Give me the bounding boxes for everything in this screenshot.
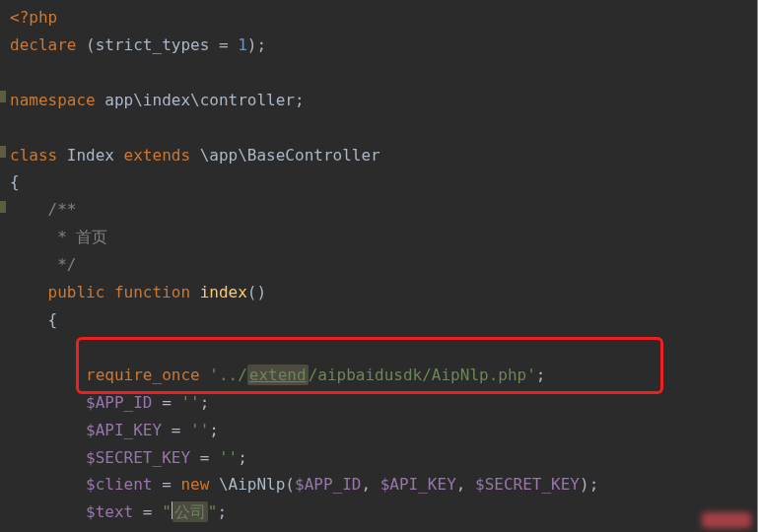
code-token: Index bbox=[67, 146, 124, 165]
code-token: (strict_types bbox=[76, 35, 219, 54]
code-token: declare bbox=[10, 35, 76, 54]
code-token bbox=[10, 366, 86, 384]
code-token: $APP_ID bbox=[86, 393, 152, 412]
code-token: <? bbox=[10, 8, 29, 27]
code-token: php bbox=[29, 8, 57, 27]
code-token: , bbox=[361, 475, 379, 494]
code-token: require_once bbox=[86, 366, 209, 384]
code-token: '' bbox=[180, 393, 199, 412]
code-token: " bbox=[162, 502, 172, 521]
code-token: app\index\controller bbox=[104, 91, 295, 109]
code-token: = bbox=[162, 421, 190, 439]
code-token: $SECRET_KEY bbox=[86, 448, 190, 467]
code-token: $API_KEY bbox=[380, 475, 456, 494]
code-comment: */ bbox=[10, 255, 76, 274]
code-token: ; bbox=[238, 448, 247, 467]
code-token: $client bbox=[86, 475, 152, 494]
code-token: { bbox=[10, 172, 20, 191]
code-token: { bbox=[10, 310, 57, 329]
code-token: ; bbox=[209, 421, 219, 439]
code-token: /aipbaidusdk/AipNlp.php' bbox=[309, 366, 536, 384]
code-token: new bbox=[180, 475, 219, 494]
code-token: ); bbox=[247, 35, 266, 54]
code-token: '' bbox=[190, 421, 209, 439]
code-token: ; bbox=[295, 91, 305, 109]
code-token: = bbox=[219, 35, 238, 54]
code-token bbox=[10, 475, 86, 494]
code-token: ; bbox=[200, 393, 210, 412]
code-token: ); bbox=[580, 475, 598, 494]
code-token bbox=[10, 283, 48, 301]
code-token: $text bbox=[86, 502, 133, 521]
code-token: = bbox=[153, 393, 181, 412]
code-comment: * 首页 bbox=[10, 228, 107, 246]
code-token: = bbox=[153, 475, 181, 494]
code-token: BaseController bbox=[247, 146, 380, 165]
code-token: = bbox=[190, 448, 219, 467]
code-editor[interactable]: <?php declare (strict_types = 1); namesp… bbox=[0, 0, 758, 532]
code-token: public bbox=[48, 283, 114, 301]
redaction-mark bbox=[702, 512, 751, 528]
code-token: ; bbox=[536, 366, 546, 384]
code-token: $API_KEY bbox=[86, 421, 162, 439]
code-token: ; bbox=[217, 502, 227, 521]
code-token-highlight: 公司 bbox=[172, 501, 208, 522]
code-token: extends bbox=[124, 146, 200, 165]
code-token: $SECRET_KEY bbox=[475, 475, 580, 494]
code-token bbox=[10, 393, 86, 412]
code-token bbox=[10, 448, 86, 467]
code-content: <?php declare (strict_types = 1); namesp… bbox=[0, 0, 757, 526]
code-token bbox=[10, 502, 86, 521]
code-token: = bbox=[133, 502, 162, 521]
code-token: namespace bbox=[10, 91, 104, 109]
code-token: 1 bbox=[238, 35, 247, 54]
code-token: " bbox=[208, 502, 218, 521]
editor-gutter bbox=[0, 0, 8, 532]
code-token: $APP_ID bbox=[295, 475, 361, 494]
code-token: function bbox=[114, 283, 200, 301]
code-token: '../ bbox=[209, 366, 247, 384]
code-token: () bbox=[247, 283, 266, 301]
code-token: '' bbox=[219, 448, 238, 467]
code-comment: /** bbox=[10, 200, 76, 219]
code-token: index bbox=[200, 283, 247, 301]
code-token bbox=[10, 421, 86, 439]
code-token: class bbox=[10, 146, 67, 165]
code-token: , bbox=[456, 475, 475, 494]
code-token: \AipNlp( bbox=[219, 475, 295, 494]
code-token-highlight: extend bbox=[247, 365, 309, 385]
code-token: \app\ bbox=[200, 146, 247, 165]
